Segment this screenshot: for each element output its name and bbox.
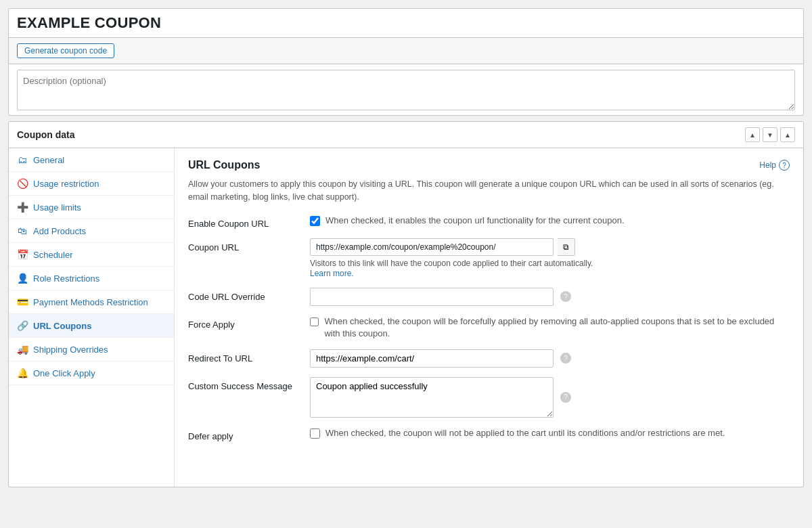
description-textarea[interactable] bbox=[17, 70, 795, 110]
generate-btn-row: Generate coupon code bbox=[9, 38, 803, 64]
sidebar-item-shipping-overrides[interactable]: 🚚 Shipping Overrides bbox=[9, 338, 174, 361]
usage-limits-icon: ➕ bbox=[17, 202, 28, 213]
defer-apply-checkbox[interactable] bbox=[310, 428, 320, 439]
coupon-url-sub-text: Visitors to this link will have the coup… bbox=[310, 259, 790, 268]
custom-success-message-label: Custom Success Message bbox=[188, 377, 310, 391]
defer-apply-checkbox-row: When checked, the coupon will not be app… bbox=[310, 427, 790, 439]
enable-coupon-url-checkbox[interactable] bbox=[310, 216, 320, 226]
generate-coupon-button[interactable]: Generate coupon code bbox=[17, 43, 114, 58]
sidebar-item-label-shipping-overrides: Shipping Overrides bbox=[33, 345, 108, 355]
defer-apply-description: When checked, the coupon will not be app… bbox=[325, 427, 725, 439]
enable-coupon-url-row: Enable Coupon URL When checked, it enabl… bbox=[188, 215, 790, 229]
description-row bbox=[9, 64, 803, 115]
force-apply-checkbox-row: When checked, the coupon will be forcefu… bbox=[310, 315, 790, 340]
custom-success-message-value: Coupon applied successfully ? bbox=[310, 377, 790, 418]
redirect-to-url-label: Redirect To URL bbox=[188, 349, 310, 364]
coupon-header-panel: Generate coupon code bbox=[8, 8, 804, 116]
custom-success-message-row: Custom Success Message Coupon applied su… bbox=[188, 377, 790, 418]
enable-coupon-url-checkbox-row: When checked, it enables the coupon url … bbox=[310, 215, 790, 227]
coupon-url-input[interactable] bbox=[310, 238, 554, 256]
coupon-url-row: Coupon URL ⧉ Visitors to this link will … bbox=[188, 238, 790, 278]
sidebar-item-label-role-restrictions: Role Restrictions bbox=[33, 273, 99, 284]
code-url-override-help-icon: ? bbox=[560, 291, 571, 302]
enable-coupon-url-value: When checked, it enables the coupon url … bbox=[310, 215, 790, 227]
sidebar-item-one-click-apply[interactable]: 🔔 One Click Apply bbox=[9, 361, 174, 385]
content-title: URL Coupons bbox=[188, 159, 260, 171]
panel-controls: ▲ ▼ ▲ bbox=[745, 127, 795, 142]
sidebar-item-general[interactable]: 🗂 General bbox=[9, 148, 174, 172]
usage-restriction-icon: 🚫 bbox=[17, 178, 28, 189]
panel-toggle-button[interactable]: ▲ bbox=[780, 127, 795, 142]
sidebar-item-label-usage-restriction: Usage restriction bbox=[33, 179, 99, 189]
sidebar-item-scheduler[interactable]: 📅 Scheduler bbox=[9, 243, 174, 267]
sidebar-item-label-payment-methods: Payment Methods Restriction bbox=[33, 297, 148, 307]
content-header: URL Coupons Help ? bbox=[188, 159, 790, 171]
enable-coupon-url-description: When checked, it enables the coupon url … bbox=[325, 215, 625, 227]
copy-url-button[interactable]: ⧉ bbox=[558, 238, 575, 256]
help-link[interactable]: Help ? bbox=[759, 160, 790, 171]
sidebar-item-url-coupons[interactable]: 🔗 URL Coupons bbox=[9, 314, 174, 338]
code-url-override-label: Code URL Override bbox=[188, 288, 310, 302]
sidebar-item-usage-restriction[interactable]: 🚫 Usage restriction bbox=[9, 172, 174, 196]
custom-success-message-help-icon: ? bbox=[560, 392, 571, 403]
learn-more-link[interactable]: Learn more. bbox=[310, 269, 354, 278]
sidebar: 🗂 General 🚫 Usage restriction ➕ Usage li… bbox=[9, 148, 175, 487]
sidebar-item-label-usage-limits: Usage limits bbox=[33, 202, 81, 213]
shipping-overrides-icon: 🚚 bbox=[17, 344, 28, 355]
panel-header: Coupon data ▲ ▼ ▲ bbox=[9, 122, 803, 148]
general-icon: 🗂 bbox=[17, 154, 28, 165]
redirect-to-url-help-icon: ? bbox=[560, 353, 571, 364]
coupon-title-row bbox=[9, 9, 803, 38]
force-apply-description: When checked, the coupon will be forcefu… bbox=[324, 315, 790, 340]
content-description: Allow your customers to apply this coupo… bbox=[188, 178, 790, 204]
role-restrictions-icon: 👤 bbox=[17, 273, 28, 284]
panel-title: Coupon data bbox=[17, 129, 75, 140]
code-url-override-row: Code URL Override ? bbox=[188, 288, 790, 306]
custom-success-message-textarea[interactable]: Coupon applied successfully bbox=[310, 377, 554, 418]
help-label: Help bbox=[759, 160, 776, 170]
sidebar-item-usage-limits[interactable]: ➕ Usage limits bbox=[9, 196, 174, 219]
force-apply-checkbox[interactable] bbox=[310, 317, 319, 327]
defer-apply-row: Defer apply When checked, the coupon wil… bbox=[188, 427, 790, 441]
redirect-to-url-input[interactable] bbox=[310, 349, 554, 368]
code-url-override-input[interactable] bbox=[310, 288, 554, 306]
coupon-url-input-row: ⧉ bbox=[310, 238, 790, 256]
redirect-to-url-value: ? bbox=[310, 349, 790, 368]
coupon-title-input[interactable] bbox=[17, 14, 795, 32]
coupon-url-label: Coupon URL bbox=[188, 238, 310, 252]
payment-methods-icon: 💳 bbox=[17, 296, 28, 307]
force-apply-label: Force Apply bbox=[188, 315, 310, 330]
sidebar-item-add-products[interactable]: 🛍 Add Products bbox=[9, 219, 174, 243]
sidebar-item-role-restrictions[interactable]: 👤 Role Restrictions bbox=[9, 267, 174, 290]
enable-coupon-url-label: Enable Coupon URL bbox=[188, 215, 310, 229]
scheduler-icon: 📅 bbox=[17, 249, 28, 260]
help-icon: ? bbox=[779, 160, 790, 171]
redirect-to-url-row: Redirect To URL ? bbox=[188, 349, 790, 368]
coupon-data-panel: Coupon data ▲ ▼ ▲ 🗂 General 🚫 Usage rest… bbox=[8, 121, 804, 487]
panel-collapse-up-button[interactable]: ▲ bbox=[745, 127, 760, 142]
sidebar-item-label-one-click-apply: One Click Apply bbox=[33, 368, 95, 378]
url-coupons-icon: 🔗 bbox=[17, 320, 28, 331]
sidebar-item-label-url-coupons: URL Coupons bbox=[33, 321, 91, 331]
sidebar-item-label-add-products: Add Products bbox=[33, 226, 86, 236]
force-apply-row: Force Apply When checked, the coupon wil… bbox=[188, 315, 790, 340]
force-apply-value: When checked, the coupon will be forcefu… bbox=[310, 315, 790, 340]
sidebar-item-payment-methods[interactable]: 💳 Payment Methods Restriction bbox=[9, 290, 174, 314]
code-url-override-value: ? bbox=[310, 288, 790, 306]
panel-collapse-down-button[interactable]: ▼ bbox=[763, 127, 777, 142]
one-click-apply-icon: 🔔 bbox=[17, 368, 28, 378]
main-content: URL Coupons Help ? Allow your customers … bbox=[175, 148, 803, 487]
defer-apply-value: When checked, the coupon will not be app… bbox=[310, 427, 790, 439]
sidebar-item-label-scheduler: Scheduler bbox=[33, 250, 73, 260]
defer-apply-label: Defer apply bbox=[188, 427, 310, 441]
coupon-url-value: ⧉ Visitors to this link will have the co… bbox=[310, 238, 790, 278]
add-products-icon: 🛍 bbox=[17, 225, 28, 236]
sidebar-item-label-general: General bbox=[33, 155, 64, 165]
panel-body: 🗂 General 🚫 Usage restriction ➕ Usage li… bbox=[9, 148, 803, 487]
